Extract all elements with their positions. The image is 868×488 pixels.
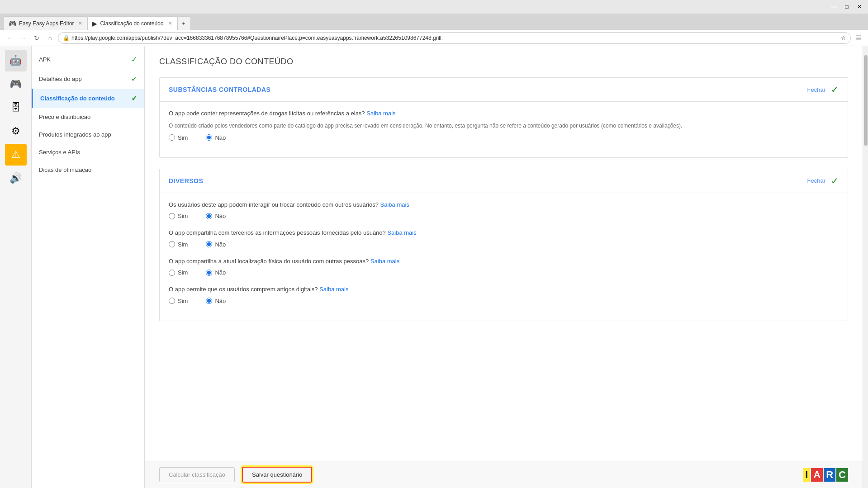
- sidebar-icon-warning[interactable]: ⚠: [5, 144, 27, 166]
- question-compartilha-info-text: O app compartilha com terceiros as infor…: [169, 228, 839, 237]
- nav-item-detalhes-label: Detalhes do app: [39, 76, 82, 82]
- section-diversos-check: ✓: [831, 175, 839, 186]
- scrollbar-thumb[interactable]: [864, 55, 868, 146]
- sidebar-icon-gamepad[interactable]: 🎮: [5, 73, 27, 95]
- tab-close-1[interactable]: ✕: [78, 20, 82, 26]
- saiba-mais-comprar[interactable]: Saiba mais: [319, 286, 348, 293]
- nav-item-produtos[interactable]: Produtos integrados ao app: [32, 126, 144, 143]
- saiba-mais-interagir[interactable]: Saiba mais: [380, 201, 409, 208]
- question-drogas-text: O app pode conter representações de drog…: [169, 109, 839, 118]
- iarc-letter-r: R: [824, 468, 835, 482]
- address-bar[interactable]: 🔒 https://play.google.com/apps/publish/?…: [58, 32, 851, 44]
- tab-icon-1: 🎮: [9, 20, 16, 27]
- question-comprar: O app permite que os usuários comprem ar…: [169, 285, 839, 304]
- saiba-mais-localizacao[interactable]: Saiba mais: [370, 258, 399, 265]
- nav-item-apk[interactable]: APK ✓: [32, 50, 144, 69]
- saiba-mais-drogas[interactable]: Saiba mais: [366, 110, 395, 117]
- section-substancias-title: SUBSTÂNCIAS CONTROLADAS: [169, 86, 270, 93]
- nav-item-classificacao-check: ✓: [131, 94, 137, 103]
- title-bar: — □ ✕: [0, 0, 868, 14]
- iarc-letter-i: I: [803, 468, 810, 482]
- nav-item-dicas[interactable]: Dicas de otimização: [32, 161, 144, 179]
- question-compartilha-info: O app compartilha com terceiros as infor…: [169, 228, 839, 248]
- main-content: CLASSIFICAÇÃO DO CONTEÚDO SUBSTÂNCIAS CO…: [145, 46, 863, 461]
- question-compartilha-info-options: Sim Não: [169, 241, 839, 248]
- calcular-button[interactable]: Calcular classificação: [159, 467, 235, 482]
- minimize-button[interactable]: —: [829, 2, 839, 12]
- fechar-substancias-button[interactable]: Fechar: [807, 86, 825, 93]
- nav-item-classificacao-label: Classificação do conteúdo: [40, 95, 115, 102]
- iarc-logo: I A R C: [803, 468, 848, 482]
- tab-close-2[interactable]: ✕: [168, 20, 172, 26]
- nav-item-preco-label: Preço e distribuição: [39, 114, 90, 120]
- tab-classificacao[interactable]: ▶ Classificação do conteúdo ✕: [87, 16, 177, 30]
- tabs-bar: 🎮 Easy Easy Apps Editor ✕ ▶ Classificaçã…: [0, 14, 868, 30]
- question-interagir-options: Sim Não: [169, 213, 839, 219]
- nav-item-servicos[interactable]: Serviços e APIs: [32, 143, 144, 161]
- sidebar-icon-android[interactable]: 🤖: [5, 50, 27, 71]
- browser-content: 🤖 🎮 🗄 ⚙ ⚠ 🔊 APK ✓ Detalhes do app ✓ Clas…: [0, 46, 868, 488]
- nav-item-apk-check: ✓: [131, 55, 137, 64]
- left-icon-sidebar: 🤖 🎮 🗄 ⚙ ⚠ 🔊: [0, 46, 32, 488]
- iarc-letter-c: C: [836, 468, 848, 482]
- refresh-button[interactable]: ↻: [31, 32, 43, 44]
- saiba-mais-compartilha-info[interactable]: Saiba mais: [387, 229, 416, 236]
- question-localizacao-options: Sim Não: [169, 269, 839, 276]
- radio-comprar-sim[interactable]: Sim: [169, 298, 188, 304]
- section-substancias-actions: Fechar ✓: [807, 84, 839, 95]
- maximize-button[interactable]: □: [842, 2, 852, 12]
- fechar-diversos-button[interactable]: Fechar: [807, 177, 825, 184]
- question-drogas-description: O conteúdo criado pelos vendedores como …: [169, 122, 839, 130]
- radio-localizacao-nao[interactable]: Não: [206, 269, 226, 276]
- nav-item-preco[interactable]: Preço e distribuição: [32, 108, 144, 126]
- tab-icon-2: ▶: [92, 20, 97, 27]
- radio-drogas-sim[interactable]: Sim: [169, 134, 188, 141]
- extensions-button[interactable]: ☰: [853, 32, 864, 44]
- lock-icon: 🔒: [63, 35, 70, 41]
- radio-comprar-nao[interactable]: Não: [206, 298, 226, 304]
- tab-easy-apps[interactable]: 🎮 Easy Easy Apps Editor ✕: [4, 16, 87, 30]
- sidebar-icon-speaker[interactable]: 🔊: [5, 167, 27, 189]
- home-button[interactable]: ⌂: [44, 32, 56, 44]
- bottom-bar: Calcular classificação Salvar questionár…: [145, 461, 863, 488]
- section-diversos-header: DIVERSOS Fechar ✓: [160, 169, 848, 193]
- radio-interagir-sim[interactable]: Sim: [169, 213, 188, 219]
- address-text: https://play.google.com/apps/publish/?de…: [71, 35, 839, 41]
- salvar-button[interactable]: Salvar questionário: [242, 467, 312, 483]
- sidebar-icon-database[interactable]: 🗄: [5, 97, 27, 118]
- nav-item-detalhes[interactable]: Detalhes do app ✓: [32, 69, 144, 89]
- question-interagir-text: Os usuários deste app podem interagir ou…: [169, 200, 839, 209]
- star-icon: ☆: [841, 35, 846, 41]
- question-comprar-text: O app permite que os usuários comprem ar…: [169, 285, 839, 294]
- section-substancias-check: ✓: [831, 84, 839, 95]
- question-localizacao: O app compartilha a atual localização fí…: [169, 257, 839, 276]
- section-diversos-title: DIVERSOS: [169, 177, 203, 185]
- close-button[interactable]: ✕: [854, 2, 864, 12]
- iarc-letter-a: A: [811, 468, 823, 482]
- section-substancias-body: O app pode conter representações de drog…: [160, 101, 848, 157]
- new-tab-button[interactable]: +: [177, 16, 191, 30]
- question-interagir: Os usuários deste app podem interagir ou…: [169, 200, 839, 220]
- section-diversos-body: Os usuários deste app podem interagir ou…: [160, 193, 848, 321]
- radio-interagir-nao[interactable]: Não: [206, 213, 226, 219]
- question-comprar-options: Sim Não: [169, 298, 839, 304]
- nav-item-classificacao[interactable]: Classificação do conteúdo ✓: [32, 89, 144, 108]
- section-diversos-actions: Fechar ✓: [807, 175, 839, 186]
- question-drogas: O app pode conter representações de drog…: [169, 109, 839, 141]
- radio-drogas-nao[interactable]: Não: [206, 134, 226, 141]
- radio-compartilha-info-sim[interactable]: Sim: [169, 241, 188, 248]
- back-button[interactable]: ←: [4, 32, 15, 44]
- nav-sidebar: APK ✓ Detalhes do app ✓ Classificação do…: [32, 46, 145, 488]
- radio-compartilha-info-nao[interactable]: Não: [206, 241, 226, 248]
- nav-bar: ← → ↻ ⌂ 🔒 https://play.google.com/apps/p…: [0, 30, 868, 46]
- question-drogas-options: Sim Não: [169, 134, 839, 141]
- page-title: CLASSIFICAÇÃO DO CONTEÚDO: [159, 57, 848, 66]
- radio-localizacao-sim[interactable]: Sim: [169, 269, 188, 276]
- scrollbar[interactable]: [863, 46, 868, 488]
- section-substancias: SUBSTÂNCIAS CONTROLADAS Fechar ✓ O app p…: [159, 77, 848, 158]
- question-localizacao-text: O app compartilha a atual localização fí…: [169, 257, 839, 266]
- nav-item-servicos-label: Serviços e APIs: [39, 149, 80, 156]
- forward-button[interactable]: →: [17, 32, 29, 44]
- tab-label-1: Easy Easy Apps Editor: [19, 20, 74, 27]
- sidebar-icon-settings[interactable]: ⚙: [5, 120, 27, 142]
